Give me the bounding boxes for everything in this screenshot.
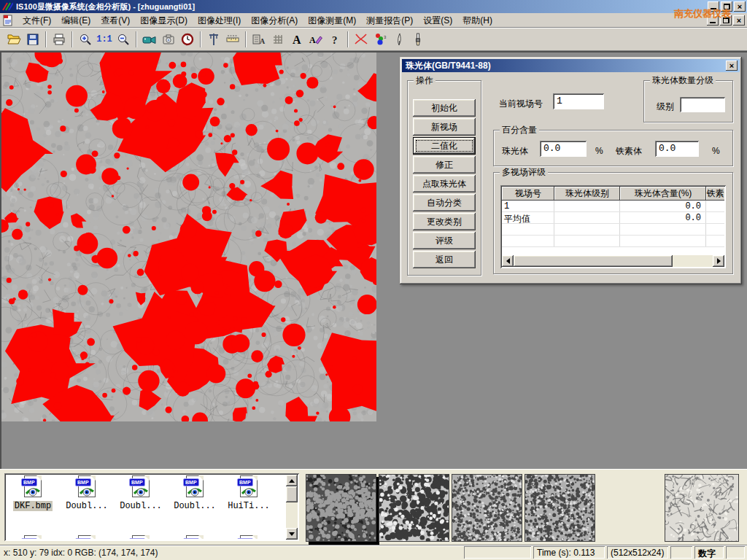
binarize-button[interactable]: 二值化 <box>413 137 476 155</box>
change-class-button[interactable]: 更改类别 <box>413 213 476 230</box>
menu-image-display[interactable]: 图像显示(D) <box>135 13 193 28</box>
zoom-out-icon[interactable] <box>114 30 133 49</box>
text-tool-icon[interactable]: A <box>287 30 306 49</box>
menu-measure-report[interactable]: 测量报告(P) <box>361 13 418 28</box>
file-item[interactable]: BMP <box>169 535 221 539</box>
operations-group-label: 操作 <box>414 75 436 85</box>
cell: 1 <box>502 201 554 211</box>
file-item[interactable]: BMP <box>61 535 113 539</box>
micrograph-canvas[interactable] <box>1 52 376 421</box>
file-item[interactable]: BMP <box>115 535 167 539</box>
help-icon[interactable]: ? <box>325 30 344 49</box>
col-ferrite-content[interactable]: 铁素体含量(%) <box>706 187 724 201</box>
pen-tool-icon[interactable] <box>390 30 409 49</box>
scroll-down-button[interactable] <box>286 528 298 540</box>
measure-text-tool-icon[interactable]: A <box>249 30 268 49</box>
toolbar: 1:1 A A A ? 3 <box>0 28 747 51</box>
ruler-tool-icon[interactable] <box>223 30 242 49</box>
grade-button[interactable]: 评级 <box>413 232 476 249</box>
brush-tool-icon[interactable] <box>409 30 427 49</box>
file-name[interactable]: Doubl... <box>118 501 163 511</box>
file-name[interactable]: HuiTi... <box>226 501 271 511</box>
table-row[interactable] <box>502 236 724 247</box>
init-button[interactable]: 初始化 <box>413 99 476 117</box>
document-icon[interactable] <box>3 15 13 26</box>
menu-image-measure[interactable]: 图像测量(M) <box>303 13 361 28</box>
thumbnail-4[interactable] <box>525 474 595 542</box>
filelist-vscrollbar[interactable] <box>286 475 298 540</box>
table-row[interactable] <box>502 224 724 236</box>
file-item[interactable]: BMP <box>7 535 59 539</box>
file-list[interactable]: BMP DKF.bmp BMP Doubl... BMP Doubl... BM… <box>4 473 299 541</box>
app-logo-icon <box>1 1 13 12</box>
timer-clock-icon[interactable] <box>178 30 197 49</box>
dialog-title-bar: 珠光体(GB/T9441-88) × <box>402 59 740 72</box>
menu-bar: 文件(F) 编辑(E) 查看(V) 图像显示(D) 图像处理(I) 图像分析(A… <box>0 13 747 28</box>
file-item[interactable]: BMP DKF.bmp <box>7 475 59 511</box>
file-item[interactable]: BMP Doubl... <box>61 475 113 511</box>
menu-help[interactable]: 帮助(H) <box>457 13 498 28</box>
cell <box>620 236 706 246</box>
table-row[interactable]: 平均值 0.0 <box>502 212 724 224</box>
toolbar-separator <box>347 31 349 47</box>
menu-settings[interactable]: 设置(S) <box>418 13 457 28</box>
hscroll-thumb[interactable] <box>514 255 673 267</box>
svg-text:A: A <box>260 37 266 45</box>
auto-classify-button[interactable]: 自动分类 <box>413 194 476 211</box>
file-item[interactable]: BMP <box>222 535 275 539</box>
menu-image-analysis[interactable]: 图像分析(A) <box>246 13 303 28</box>
video-capture-icon[interactable] <box>140 30 159 49</box>
zoom-in-icon[interactable] <box>76 30 95 49</box>
camera-capture-icon[interactable] <box>159 30 178 49</box>
ferrite-percent-input[interactable]: 0.0 <box>655 141 699 157</box>
phase-marker-tool-icon[interactable]: 3 <box>371 30 390 49</box>
file-item[interactable]: BMP Doubl... <box>169 475 221 511</box>
svg-text:A: A <box>293 34 301 46</box>
scroll-right-button[interactable] <box>713 255 724 267</box>
child-close-button[interactable]: × <box>733 15 745 26</box>
close-button[interactable]: × <box>734 1 746 12</box>
caliper-tool-icon[interactable] <box>204 30 223 49</box>
thumbnail-2[interactable] <box>379 474 449 542</box>
menu-image-processing[interactable]: 图像处理(I) <box>193 13 246 28</box>
menu-view[interactable]: 查看(V) <box>96 13 135 28</box>
col-pearlite-grade[interactable]: 珠光体级别 <box>554 187 620 201</box>
grading-table[interactable]: 视场号 珠光体级别 珠光体含量(%) 铁素体含量(%) 1 0.0 平均值 0.… <box>500 185 726 268</box>
table-row[interactable]: 1 0.0 <box>502 201 724 212</box>
table-hscrollbar[interactable] <box>502 255 724 267</box>
bottom-panel: BMP DKF.bmp BMP Doubl... BMP Doubl... BM… <box>0 469 747 545</box>
pick-pearlite-button[interactable]: 点取珠光体 <box>413 175 476 192</box>
return-button[interactable]: 返回 <box>413 251 476 268</box>
cell <box>620 224 706 235</box>
file-name[interactable]: Doubl... <box>64 501 109 511</box>
actual-size-icon[interactable]: 1:1 <box>95 30 114 49</box>
file-item[interactable]: BMP Doubl... <box>115 475 167 511</box>
dialog-close-button[interactable]: × <box>726 61 738 71</box>
current-field-input[interactable]: 1 <box>553 93 604 109</box>
print-icon[interactable] <box>50 30 69 49</box>
file-name[interactable]: Doubl... <box>172 501 217 511</box>
close-icon: × <box>737 17 741 24</box>
annotation-tool-icon[interactable]: A <box>306 30 325 49</box>
pearlite-percent-input[interactable]: 0.0 <box>540 141 587 157</box>
new-field-button[interactable]: 新视场 <box>413 118 476 136</box>
menu-edit[interactable]: 编辑(E) <box>56 13 96 28</box>
grade-input[interactable] <box>680 97 725 112</box>
thumbnail-3[interactable] <box>452 474 522 542</box>
grid-tool-icon[interactable] <box>268 30 287 49</box>
save-file-icon[interactable] <box>23 30 42 49</box>
open-file-icon[interactable] <box>4 30 23 49</box>
curve-tool-icon[interactable] <box>352 30 371 49</box>
thumbnail-5[interactable] <box>665 474 739 542</box>
thumbnail-1[interactable] <box>306 474 376 542</box>
col-pearlite-content[interactable]: 珠光体含量(%) <box>620 187 706 201</box>
vscroll-thumb[interactable] <box>286 486 298 502</box>
scroll-up-button[interactable] <box>286 475 298 486</box>
status-mode: 数字 <box>694 546 724 559</box>
menu-file[interactable]: 文件(F) <box>18 13 56 28</box>
file-name[interactable]: DKF.bmp <box>13 501 53 511</box>
scroll-left-button[interactable] <box>502 255 514 267</box>
col-field-number[interactable]: 视场号 <box>502 187 554 201</box>
correct-button[interactable]: 修正 <box>413 156 476 174</box>
file-item[interactable]: BMP HuiTi... <box>222 475 275 511</box>
